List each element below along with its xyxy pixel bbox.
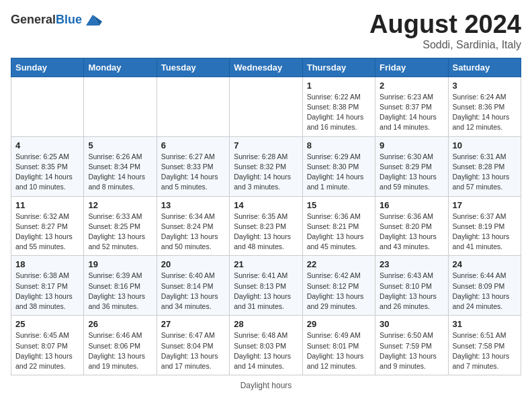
day-number: 23 [380, 259, 443, 269]
day-number: 10 [453, 140, 517, 150]
calendar-cell: 11Sunrise: 6:32 AM Sunset: 8:27 PM Dayli… [11, 196, 84, 256]
calendar-cell: 14Sunrise: 6:35 AM Sunset: 8:23 PM Dayli… [230, 196, 302, 256]
day-number: 1 [307, 81, 371, 91]
calendar-title: August 2024 [369, 11, 521, 39]
day-info: Sunrise: 6:33 AM Sunset: 8:25 PM Dayligh… [88, 212, 152, 253]
calendar-cell: 12Sunrise: 6:33 AM Sunset: 8:25 PM Dayli… [84, 196, 157, 256]
day-number: 6 [161, 140, 225, 150]
calendar-cell: 26Sunrise: 6:46 AM Sunset: 8:06 PM Dayli… [84, 316, 157, 375]
day-info: Sunrise: 6:38 AM Sunset: 8:17 PM Dayligh… [15, 271, 79, 312]
weekday-header: Thursday [302, 58, 375, 77]
weekday-header: Monday [84, 58, 157, 77]
calendar-cell: 31Sunrise: 6:51 AM Sunset: 7:58 PM Dayli… [448, 316, 521, 375]
day-info: Sunrise: 6:31 AM Sunset: 8:28 PM Dayligh… [453, 152, 517, 193]
calendar-cell: 29Sunrise: 6:49 AM Sunset: 8:01 PM Dayli… [302, 316, 375, 375]
calendar-cell: 1Sunrise: 6:22 AM Sunset: 8:38 PM Daylig… [302, 77, 375, 136]
day-number: 26 [88, 319, 152, 329]
calendar-cell: 28Sunrise: 6:48 AM Sunset: 8:03 PM Dayli… [230, 316, 302, 375]
weekday-header: Saturday [448, 58, 521, 77]
logo: GeneralBlue [11, 11, 102, 30]
calendar-cell [11, 77, 84, 136]
calendar-cell: 22Sunrise: 6:42 AM Sunset: 8:12 PM Dayli… [302, 256, 375, 316]
calendar-cell: 7Sunrise: 6:28 AM Sunset: 8:32 PM Daylig… [230, 136, 302, 196]
day-info: Sunrise: 6:23 AM Sunset: 8:37 PM Dayligh… [380, 92, 443, 133]
calendar-cell: 10Sunrise: 6:31 AM Sunset: 8:28 PM Dayli… [448, 136, 521, 196]
logo-blue-text: Blue [56, 13, 82, 26]
weekday-header: Sunday [11, 58, 84, 77]
day-info: Sunrise: 6:45 AM Sunset: 8:07 PM Dayligh… [15, 330, 79, 371]
day-info: Sunrise: 6:49 AM Sunset: 8:01 PM Dayligh… [307, 330, 371, 371]
calendar-cell: 16Sunrise: 6:36 AM Sunset: 8:20 PM Dayli… [375, 196, 448, 256]
day-number: 13 [161, 200, 225, 210]
day-number: 7 [234, 140, 298, 150]
calendar-cell: 30Sunrise: 6:50 AM Sunset: 7:59 PM Dayli… [375, 316, 448, 375]
day-info: Sunrise: 6:35 AM Sunset: 8:23 PM Dayligh… [234, 212, 298, 253]
day-number: 3 [453, 81, 517, 91]
calendar-week-row: 1Sunrise: 6:22 AM Sunset: 8:38 PM Daylig… [11, 77, 521, 136]
day-info: Sunrise: 6:48 AM Sunset: 8:03 PM Dayligh… [234, 330, 298, 371]
day-info: Sunrise: 6:37 AM Sunset: 8:19 PM Dayligh… [453, 212, 517, 253]
calendar-cell: 4Sunrise: 6:25 AM Sunset: 8:35 PM Daylig… [11, 136, 84, 196]
weekday-header: Tuesday [157, 58, 229, 77]
day-info: Sunrise: 6:39 AM Sunset: 8:16 PM Dayligh… [88, 271, 152, 312]
calendar-table: SundayMondayTuesdayWednesdayThursdayFrid… [11, 58, 521, 375]
calendar-cell [230, 77, 302, 136]
logo-icon [83, 11, 102, 30]
day-number: 18 [15, 259, 79, 269]
day-number: 16 [380, 200, 443, 210]
day-info: Sunrise: 6:36 AM Sunset: 8:20 PM Dayligh… [380, 212, 443, 253]
day-number: 27 [161, 319, 225, 329]
calendar-cell: 15Sunrise: 6:36 AM Sunset: 8:21 PM Dayli… [302, 196, 375, 256]
calendar-cell: 8Sunrise: 6:29 AM Sunset: 8:30 PM Daylig… [302, 136, 375, 196]
day-number: 9 [380, 140, 443, 150]
calendar-cell: 27Sunrise: 6:47 AM Sunset: 8:04 PM Dayli… [157, 316, 229, 375]
calendar-week-row: 25Sunrise: 6:45 AM Sunset: 8:07 PM Dayli… [11, 316, 521, 375]
day-info: Sunrise: 6:40 AM Sunset: 8:14 PM Dayligh… [161, 271, 225, 312]
day-number: 20 [161, 259, 225, 269]
daylight-label: Daylight hours [240, 381, 292, 390]
day-info: Sunrise: 6:50 AM Sunset: 7:59 PM Dayligh… [380, 330, 443, 371]
calendar-week-row: 11Sunrise: 6:32 AM Sunset: 8:27 PM Dayli… [11, 196, 521, 256]
calendar-week-row: 4Sunrise: 6:25 AM Sunset: 8:35 PM Daylig… [11, 136, 521, 196]
day-info: Sunrise: 6:22 AM Sunset: 8:38 PM Dayligh… [307, 92, 371, 133]
day-number: 30 [380, 319, 443, 329]
day-number: 14 [234, 200, 298, 210]
day-number: 4 [15, 140, 79, 150]
calendar-cell: 19Sunrise: 6:39 AM Sunset: 8:16 PM Dayli… [84, 256, 157, 316]
day-number: 5 [88, 140, 152, 150]
day-info: Sunrise: 6:46 AM Sunset: 8:06 PM Dayligh… [88, 330, 152, 371]
day-number: 12 [88, 200, 152, 210]
calendar-cell: 13Sunrise: 6:34 AM Sunset: 8:24 PM Dayli… [157, 196, 229, 256]
calendar-cell: 24Sunrise: 6:44 AM Sunset: 8:09 PM Dayli… [448, 256, 521, 316]
weekday-header: Wednesday [230, 58, 302, 77]
weekday-header: Friday [375, 58, 448, 77]
day-number: 2 [380, 81, 443, 91]
calendar-cell [84, 77, 157, 136]
calendar-cell: 2Sunrise: 6:23 AM Sunset: 8:37 PM Daylig… [375, 77, 448, 136]
day-info: Sunrise: 6:44 AM Sunset: 8:09 PM Dayligh… [453, 271, 517, 312]
day-info: Sunrise: 6:43 AM Sunset: 8:10 PM Dayligh… [380, 271, 443, 312]
calendar-cell: 21Sunrise: 6:41 AM Sunset: 8:13 PM Dayli… [230, 256, 302, 316]
day-number: 31 [453, 319, 517, 329]
day-info: Sunrise: 6:34 AM Sunset: 8:24 PM Dayligh… [161, 212, 225, 253]
day-number: 15 [307, 200, 371, 210]
calendar-cell: 6Sunrise: 6:27 AM Sunset: 8:33 PM Daylig… [157, 136, 229, 196]
day-info: Sunrise: 6:29 AM Sunset: 8:30 PM Dayligh… [307, 152, 371, 193]
day-info: Sunrise: 6:51 AM Sunset: 7:58 PM Dayligh… [453, 330, 517, 371]
calendar-cell: 3Sunrise: 6:24 AM Sunset: 8:36 PM Daylig… [448, 77, 521, 136]
day-info: Sunrise: 6:32 AM Sunset: 8:27 PM Dayligh… [15, 212, 79, 253]
calendar-cell: 17Sunrise: 6:37 AM Sunset: 8:19 PM Dayli… [448, 196, 521, 256]
page-header: GeneralBlue August 2024 Soddi, Sardinia,… [11, 11, 521, 51]
calendar-cell: 9Sunrise: 6:30 AM Sunset: 8:29 PM Daylig… [375, 136, 448, 196]
day-info: Sunrise: 6:26 AM Sunset: 8:34 PM Dayligh… [88, 152, 152, 193]
footer-note: Daylight hours [11, 381, 521, 390]
day-number: 11 [15, 200, 79, 210]
calendar-location: Soddi, Sardinia, Italy [369, 39, 521, 51]
day-info: Sunrise: 6:30 AM Sunset: 8:29 PM Dayligh… [380, 152, 443, 193]
day-info: Sunrise: 6:27 AM Sunset: 8:33 PM Dayligh… [161, 152, 225, 193]
calendar-week-row: 18Sunrise: 6:38 AM Sunset: 8:17 PM Dayli… [11, 256, 521, 316]
day-number: 28 [234, 319, 298, 329]
day-info: Sunrise: 6:42 AM Sunset: 8:12 PM Dayligh… [307, 271, 371, 312]
calendar-cell: 25Sunrise: 6:45 AM Sunset: 8:07 PM Dayli… [11, 316, 84, 375]
calendar-cell [157, 77, 229, 136]
